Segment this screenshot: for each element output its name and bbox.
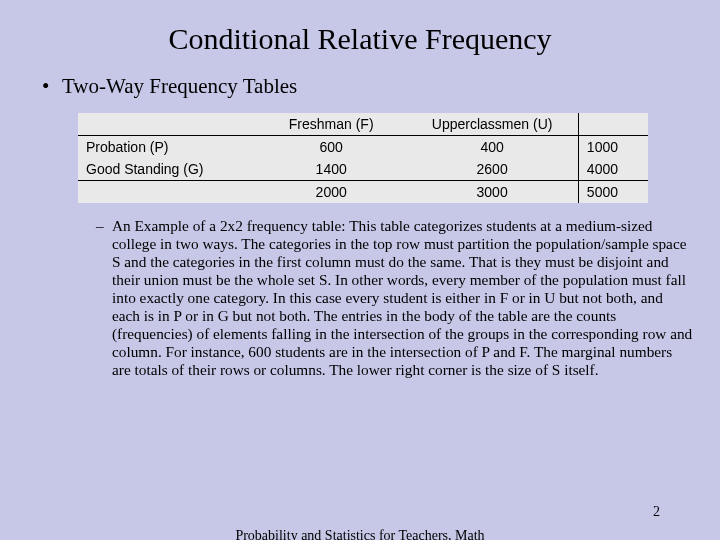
row-label-total <box>78 181 256 204</box>
bullet-level1: Two-Way Frequency Tables <box>40 74 680 99</box>
table-header-row: Freshman (F) Upperclassmen (U) <box>78 113 648 136</box>
row-label-goodstanding: Good Standing (G) <box>78 158 256 181</box>
header-upperclassmen: Upperclassmen (U) <box>406 113 578 136</box>
cell-value: 600 <box>256 136 406 159</box>
cell-row-total: 1000 <box>578 136 648 159</box>
bullet-level2: An Example of a 2x2 frequency table: Thi… <box>96 217 694 379</box>
cell-col-total: 2000 <box>256 181 406 204</box>
cell-value: 1400 <box>256 158 406 181</box>
header-blank <box>78 113 256 136</box>
footer-text: Probability and Statistics for Teachers,… <box>230 528 490 540</box>
slide-title: Conditional Relative Frequency <box>40 22 680 56</box>
table-row: Good Standing (G) 1400 2600 4000 <box>78 158 648 181</box>
header-total <box>578 113 648 136</box>
cell-value: 400 <box>406 136 578 159</box>
row-label-probation: Probation (P) <box>78 136 256 159</box>
cell-value: 2600 <box>406 158 578 181</box>
cell-grand-total: 5000 <box>578 181 648 204</box>
page-number: 2 <box>653 504 660 520</box>
cell-col-total: 3000 <box>406 181 578 204</box>
slide-body: Conditional Relative Frequency Two-Way F… <box>0 0 720 379</box>
table-row-totals: 2000 3000 5000 <box>78 181 648 204</box>
cell-row-total: 4000 <box>578 158 648 181</box>
frequency-table: Freshman (F) Upperclassmen (U) Probation… <box>78 113 648 203</box>
table-row: Probation (P) 600 400 1000 <box>78 136 648 159</box>
header-freshman: Freshman (F) <box>256 113 406 136</box>
